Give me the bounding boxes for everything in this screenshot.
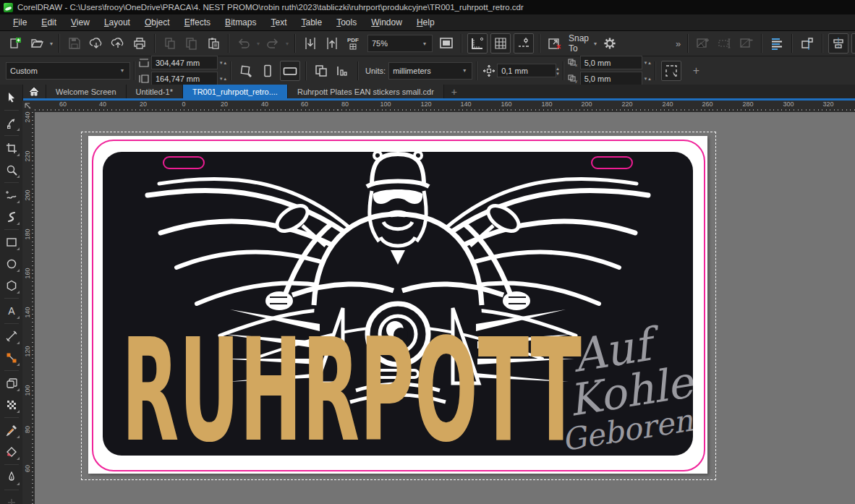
menu-edit[interactable]: Edit [34,15,64,30]
align-objects-button[interactable] [828,33,848,54]
print-button[interactable] [130,34,149,53]
menu-window[interactable]: Window [364,15,409,30]
target-crosshair-button[interactable] [851,33,855,54]
launch-disable-icon[interactable] [545,34,564,53]
menu-file[interactable]: File [6,15,34,30]
standard-toolbar: ▾ ▾ ▾ [0,31,855,56]
svg-text:PDF: PDF [347,37,359,43]
tab-home[interactable] [22,85,46,98]
insert-image-button [694,34,712,53]
nudge-distance-icon [482,61,495,80]
outline-pen-tool[interactable] [2,468,21,487]
page-height-spinner[interactable]: ▾▴ [220,76,226,82]
import-button[interactable] [301,34,320,53]
eyedropper-tool[interactable] [2,421,21,440]
insert-textbox-button [715,34,734,53]
menu-text[interactable]: Text [263,15,294,30]
open-button[interactable] [27,34,46,53]
mesh-fill-tool[interactable] [2,396,21,414]
page-height-field[interactable]: 164,747 mm [151,72,218,85]
publish-to-pdf-button[interactable]: PDF [344,34,363,53]
text-list-options-button[interactable] [767,34,786,53]
show-guidelines-toggle[interactable] [514,33,534,54]
page-preset-combo[interactable]: Custom▾ [6,62,130,80]
page-width-spinner[interactable]: ▾▴ [220,60,226,66]
open-from-cloud-button[interactable] [87,34,106,53]
headline-text[interactable]: RUHRPOTT [122,308,582,456]
shape-tool[interactable] [2,114,21,132]
tab-welcome-screen[interactable]: Welcome Screen [46,85,127,98]
pick-tool[interactable] [2,88,21,107]
zoom-level-combo[interactable]: 75%▾ [367,35,433,52]
autofit-page-button[interactable] [237,61,255,80]
new-document-tab-button[interactable]: + [444,85,464,98]
show-rulers-toggle[interactable] [467,33,488,54]
rectangle-tool[interactable] [2,233,21,252]
landscape-orientation-button[interactable] [280,61,300,81]
units-label: Units: [365,67,386,75]
window-title: CorelDRAW - C:\Users\frooy\OneDrive\PRAC… [17,3,524,12]
interactive-fill-tool[interactable] [2,443,21,461]
all-pages-layout-button[interactable] [312,61,331,80]
treat-as-filled-toggle[interactable] [661,61,681,81]
drawing-canvas[interactable]: RUHRPOTT Auf Kohle Geboren! [35,112,855,504]
drop-shadow-tool[interactable] [2,374,21,393]
crop-tool[interactable] [2,139,21,158]
paste-button[interactable] [204,34,223,53]
dimension-tool[interactable] [2,327,21,346]
horizontal-ruler[interactable]: 60 40 20 0 20 40 60 80 100 120 140 160 1… [35,101,855,113]
freehand-tool[interactable] [2,186,21,205]
menu-object[interactable]: Object [137,15,177,30]
tab-tr001-ruhrpott-retro[interactable]: TR001_ruhrpott_retro.... [183,85,288,98]
toolbar-overflow-chevron[interactable]: » [676,38,681,49]
coreldraw-window: CorelDRAW - C:\Users\frooy\OneDrive\PRAC… [0,0,855,504]
vertical-ruler[interactable]: 240 220 200 180 160 140 120 100 80 60 [22,112,35,504]
propbar-plus-button[interactable]: + [693,64,699,77]
text-tool[interactable]: A [2,302,21,320]
snap-to-caret[interactable]: ▾ [592,40,599,47]
page-height-icon [139,74,149,83]
home-icon [29,87,39,96]
menu-bitmaps[interactable]: Bitmaps [218,15,263,30]
portrait-orientation-button[interactable] [258,61,277,80]
snap-to-label[interactable]: Snap To [569,33,589,54]
document-page[interactable]: RUHRPOTT Auf Kohle Geboren! [88,136,707,474]
tab-untitled-1[interactable]: Untitled-1* [127,85,183,98]
polygon-tool[interactable] [2,276,21,295]
save-to-cloud-button[interactable] [109,34,127,53]
menu-table[interactable]: Table [294,15,329,30]
copy-button [182,34,201,53]
page-width-field[interactable]: 304,447 mm [151,56,218,69]
connector-tool[interactable] [2,349,21,367]
artistic-media-tool[interactable] [2,208,21,226]
duplicate-y-field[interactable]: 5,0 mm [580,72,642,85]
undo-dropdown-caret: ▾ [255,40,262,47]
menu-layout[interactable]: Layout [97,15,137,30]
menu-tools[interactable]: Tools [329,15,364,30]
zoom-tool[interactable] [2,161,21,179]
new-window-button[interactable] [798,34,817,53]
tab-ruhrpott-plates-ean[interactable]: Ruhrpott Plates EAN stickers small.cdr [288,85,444,98]
menu-help[interactable]: Help [409,15,442,30]
new-document-button[interactable] [6,34,25,53]
full-screen-preview-button[interactable] [437,34,456,53]
duplicate-x-field[interactable]: 5,0 mm [580,56,642,69]
plate-artwork: RUHRPOTT Auf Kohle Geboren! [103,152,693,456]
svg-text:A: A [8,305,15,317]
units-combo[interactable]: millimeters▾ [388,62,472,80]
document-tab-bar: Welcome Screen Untitled-1* TR001_ruhrpot… [22,85,855,98]
current-page-layout-button[interactable] [333,61,352,80]
nudge-spinner[interactable]: ▴▾ [556,66,559,76]
duplicate-x-spinner[interactable]: ▾▴ [645,60,651,66]
open-dropdown-caret[interactable]: ▾ [48,40,55,47]
ellipse-tool[interactable] [2,255,21,273]
fill-tool[interactable] [2,493,21,504]
plate-design[interactable]: RUHRPOTT Auf Kohle Geboren! [103,152,693,456]
menu-view[interactable]: View [64,15,97,30]
show-grid-toggle[interactable] [490,33,511,54]
nudge-distance-field[interactable]: 0,1 mm [497,64,556,77]
export-button[interactable] [323,34,341,53]
duplicate-y-spinner[interactable]: ▾▴ [645,76,651,82]
options-gear-button[interactable] [600,34,619,53]
menu-effects[interactable]: Effects [177,15,218,30]
